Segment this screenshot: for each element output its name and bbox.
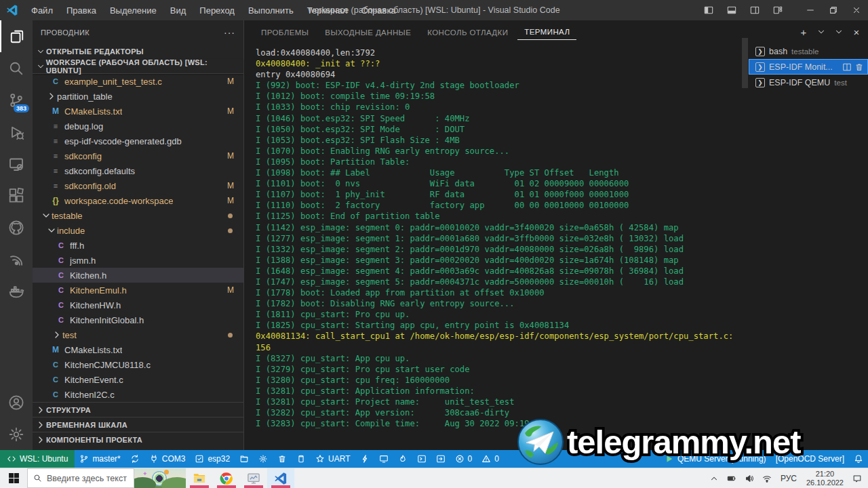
status-serial-port-icon[interactable]: COM3 [144, 450, 191, 468]
tree-item-include[interactable]: include [33, 223, 243, 238]
menu-3[interactable]: Вид [164, 3, 193, 18]
activity-github-icon[interactable] [0, 211, 33, 243]
status-errors-icon[interactable]: 0 [450, 450, 477, 468]
status-git-branch-icon[interactable]: master* [75, 450, 125, 468]
terminal-profile-chevron-icon[interactable] [814, 24, 829, 39]
file-explorer-icon[interactable] [186, 468, 213, 488]
activity-settings-gear-icon[interactable] [0, 418, 33, 450]
tree-item-CMakeLists.txt[interactable]: MCMakeLists.txt [33, 342, 243, 357]
status-select-project-icon[interactable] [235, 450, 254, 468]
status-right-1[interactable]: [OpenOCD Server] [771, 450, 849, 468]
panel-tab-1[interactable]: ВЫХОДНЫЕ ДАННЫЕ [318, 24, 418, 40]
status-flash-method-star-icon[interactable]: UART [311, 450, 355, 468]
panel-tab-0[interactable]: ПРОБЛЕМЫ [254, 24, 315, 40]
tree-item-KitchenI2C.c[interactable]: CKitchenI2C.c [33, 387, 243, 402]
menu-2[interactable]: Выделение [104, 3, 163, 18]
status-flame-build-flash-icon[interactable] [393, 450, 412, 468]
tree-item-debug.log[interactable]: ≡debug.log [33, 119, 243, 134]
status-sdk-config-gear-icon[interactable] [254, 450, 273, 468]
kill-terminal-icon[interactable] [854, 62, 864, 72]
tree-item-workspace.code-workspace[interactable]: {}workspace.code-workspaceM [33, 193, 243, 208]
status-full-clean-trash-icon[interactable] [273, 450, 292, 468]
status-device-target-icon[interactable]: esp32 [190, 450, 235, 468]
more-actions-icon[interactable]: ··· [224, 27, 235, 38]
chrome-icon[interactable] [213, 468, 240, 488]
status-open-terminal-icon[interactable] [412, 450, 431, 468]
activity-extensions-icon[interactable] [0, 180, 33, 211]
split-terminal-icon[interactable] [842, 62, 852, 72]
tree-item-Kitchen.h[interactable]: CKitchen.h [33, 268, 243, 283]
tree-item-sdkconfig[interactable]: ≡sdkconfigM [33, 148, 243, 163]
status-flash-bolt-icon[interactable] [355, 450, 374, 468]
status-warnings-icon[interactable]: 0 [477, 450, 504, 468]
menu-7[interactable]: Справка [355, 3, 402, 18]
tree-item-testable[interactable]: testable [33, 208, 243, 223]
activity-explorer-icon[interactable] [0, 20, 33, 52]
tree-item-partition_table[interactable]: partition_table [33, 89, 243, 104]
menu-5[interactable]: Выполнить [242, 3, 300, 18]
menu-0[interactable]: Файл [25, 3, 59, 18]
clock[interactable]: 21:20 26.10.2022 [802, 470, 848, 487]
tree-item-fff.h[interactable]: Cfff.h [33, 238, 243, 253]
language-indicator[interactable]: РУС [776, 474, 801, 483]
activity-remote-explorer-icon[interactable] [0, 148, 33, 180]
start-button[interactable] [0, 468, 27, 488]
tree-item-KitchenCJMCU8118.c[interactable]: CKitchenCJMCU8118.c [33, 357, 243, 372]
terminal-tab-0[interactable]: ❯bashtestable [749, 43, 868, 59]
tree-item-jsmn.h[interactable]: Cjsmn.h [33, 253, 243, 268]
activity-run-debug-icon[interactable] [0, 116, 33, 148]
tree-item-sdkconfig.defaults[interactable]: ≡sdkconfig.defaults [33, 163, 243, 178]
status-play-icon[interactable]: QEMU Server (Running) [660, 450, 771, 468]
close-button[interactable] [845, 0, 868, 20]
activity-docker-icon[interactable] [0, 275, 33, 307]
open-editors-section[interactable]: ОТКРЫТЫЕ РЕДАКТОРЫ [33, 44, 243, 59]
panel-tab-3[interactable]: ТЕРМИНАЛ [517, 24, 576, 40]
menu-4[interactable]: Переход [193, 3, 241, 18]
taskbar-search-input[interactable]: Введите здесь текст для поиска [27, 468, 134, 488]
menu-6[interactable]: Терминал [301, 3, 354, 18]
hide-panel-chevron-icon[interactable] [831, 24, 846, 39]
activity-espressif-icon[interactable] [0, 243, 33, 275]
section-2[interactable]: КОМПОНЕНТЫ ПРОЕКТА [33, 432, 243, 447]
status-remote-indicator-icon[interactable]: WSL: Ubuntu [0, 450, 75, 468]
system-app-icon[interactable] [240, 468, 267, 488]
menu-1[interactable]: Правка [60, 3, 102, 18]
tree-item-esp-idf-vscode-generated.gdb[interactable]: ≡esp-idf-vscode-generated.gdb [33, 134, 243, 148]
toggle-panel-icon[interactable] [720, 0, 743, 20]
terminal-output[interactable]: load:0x40080400,len:37920x40080400: _ini… [256, 47, 739, 449]
restore-button[interactable] [822, 0, 845, 20]
tree-item-KitchenEvent.c[interactable]: CKitchenEvent.c [33, 372, 243, 387]
vscode-taskbar-icon[interactable] [267, 468, 294, 488]
activity-search-icon[interactable] [0, 52, 33, 84]
show-hidden-icons-chevron[interactable] [706, 474, 722, 483]
new-terminal-icon[interactable]: + [796, 24, 811, 39]
notification-center-icon[interactable] [849, 474, 865, 483]
toggle-sidebar-icon[interactable] [697, 0, 720, 20]
widgets-weather-button[interactable]: ✦ [134, 468, 186, 488]
tree-item-sdkconfig.old[interactable]: ≡sdkconfig.oldM [33, 178, 243, 193]
status-erase-flash-icon[interactable] [292, 450, 311, 468]
activity-account-icon[interactable] [0, 386, 33, 418]
tree-item-example_unit_test_test.c[interactable]: Cexample_unit_test_test.cM [33, 74, 243, 89]
close-panel-icon[interactable]: × [849, 24, 864, 39]
panel-tab-2[interactable]: КОНСОЛЬ ОТЛАДКИ [420, 24, 515, 40]
section-0[interactable]: СТРУКТУРА [33, 402, 243, 417]
workspace-section[interactable]: WORKSPACE (РАБОЧАЯ ОБЛАСТЬ) [WSL: UBUNTU… [33, 59, 243, 74]
minimize-button[interactable] [799, 0, 822, 20]
terminal-scrollbar[interactable] [742, 38, 748, 88]
tree-item-CMakeLists.txt[interactable]: MCMakeLists.txtM [33, 104, 243, 119]
activity-source-control-icon[interactable]: 383 [0, 84, 33, 116]
status-sync-icon[interactable] [125, 450, 144, 468]
terminal-tab-2[interactable]: ❯ESP-IDF QEMUtest [749, 75, 868, 90]
volume-icon[interactable] [741, 474, 757, 483]
battery-icon[interactable] [724, 474, 740, 483]
wifi-icon[interactable] [759, 474, 775, 483]
customize-layout-icon[interactable] [766, 0, 789, 20]
section-1[interactable]: ВРЕМЕННАЯ ШКАЛА [33, 417, 243, 432]
tree-item-KitchenInitGlobal.h[interactable]: CKitchenInitGlobal.h [33, 312, 243, 327]
terminal-tab-1[interactable]: ❯ESP-IDF Monit... [749, 59, 868, 75]
toggle-secondary-sidebar-icon[interactable] [743, 0, 766, 20]
status-notifications-bell-icon[interactable] [849, 450, 868, 468]
status-monitor-device-icon[interactable] [374, 450, 393, 468]
tree-item-KitchenHW.h[interactable]: CKitchenHW.h [33, 298, 243, 312]
